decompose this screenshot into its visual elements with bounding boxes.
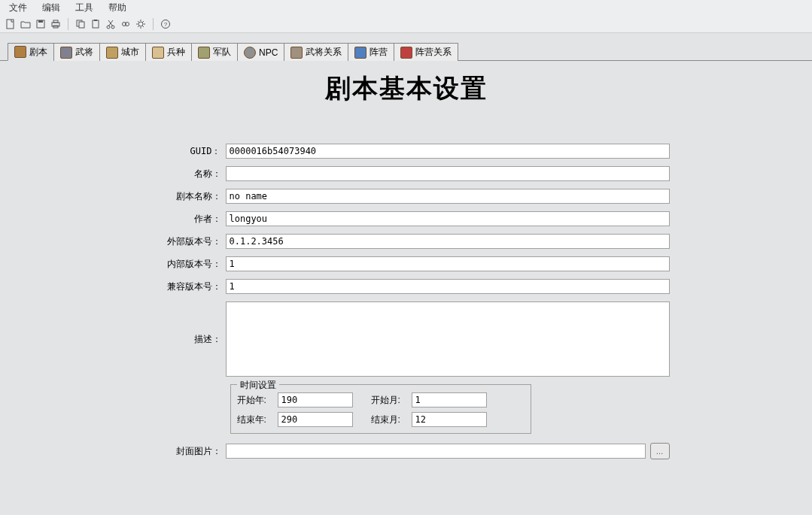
tab-label: 军队 (213, 46, 231, 59)
general-icon (60, 47, 72, 59)
guid-label: GUID： (143, 145, 226, 158)
description-label: 描述： (143, 333, 226, 346)
content-area: 剧本基本设置 GUID： 名称： 剧本名称： 作者： 外部版本号： 内部版本号：… (0, 61, 812, 515)
name-input[interactable] (226, 166, 670, 181)
link-icon[interactable] (120, 18, 132, 30)
start-month-label: 开始月: (371, 394, 407, 407)
toolbar-separator (153, 18, 154, 30)
page-title: 剧本基本设置 (15, 71, 797, 106)
menu-edit[interactable]: 编辑 (38, 0, 65, 16)
tab-label: 阵营关系 (415, 46, 452, 59)
tab-city[interactable]: 城市 (99, 43, 146, 61)
tab-label: 城市 (121, 46, 139, 59)
cover-label: 封面图片： (143, 445, 226, 458)
start-year-input[interactable] (278, 392, 353, 407)
int-version-input[interactable] (226, 256, 670, 271)
script-name-label: 剧本名称： (143, 190, 226, 203)
faction-icon (354, 47, 366, 59)
tab-general-relation[interactable]: 武将关系 (284, 43, 348, 61)
script-form: GUID： 名称： 剧本名称： 作者： 外部版本号： 内部版本号： 兼容版本号： (143, 144, 670, 459)
tab-label: 剧本 (29, 46, 47, 59)
tab-label: 武将关系 (306, 46, 342, 59)
svg-rect-0 (7, 20, 14, 29)
new-file-icon[interactable] (5, 18, 17, 30)
tab-strip: 剧本 武将 城市 兵种 军队 NPC 武将关系 阵营 阵营关系 (0, 33, 812, 61)
svg-text:?: ? (164, 21, 168, 28)
name-label: 名称： (143, 168, 226, 180)
city-icon (106, 47, 118, 59)
settings-icon[interactable] (135, 18, 147, 30)
tab-label: NPC (259, 47, 278, 58)
save-icon[interactable] (35, 18, 47, 30)
tab-faction[interactable]: 阵营 (348, 43, 394, 61)
tab-unit-type[interactable]: 兵种 (145, 43, 192, 61)
script-icon (14, 46, 26, 58)
browse-button[interactable]: … (650, 443, 670, 459)
ext-version-label: 外部版本号： (143, 235, 226, 248)
army-icon (198, 47, 210, 59)
toolbar-separator (68, 18, 68, 30)
end-year-input[interactable] (278, 412, 353, 427)
author-input[interactable] (226, 211, 670, 226)
svg-rect-4 (53, 20, 58, 23)
menu-bar: 文件 编辑 工具 帮助 (0, 0, 812, 15)
int-version-label: 内部版本号： (143, 258, 226, 271)
svg-rect-2 (38, 20, 43, 23)
tab-label: 阵营 (370, 46, 388, 59)
toolbar: ? (0, 15, 812, 33)
end-year-label: 结束年: (237, 414, 273, 426)
time-settings-legend: 时间设置 (237, 379, 279, 392)
print-icon[interactable] (50, 18, 62, 30)
open-folder-icon[interactable] (20, 18, 32, 30)
compat-version-input[interactable] (226, 279, 670, 294)
paste-icon[interactable] (90, 18, 102, 30)
end-month-label: 结束月: (371, 414, 407, 426)
copy-icon[interactable] (75, 18, 87, 30)
ext-version-input[interactable] (226, 234, 670, 249)
menu-help[interactable]: 帮助 (104, 0, 131, 16)
script-name-input[interactable] (226, 189, 670, 204)
cut-icon[interactable] (105, 18, 117, 30)
faction-relation-icon (400, 47, 412, 59)
time-settings-group: 时间设置 开始年: 开始月: 结束年: 结束月: (230, 384, 531, 434)
svg-point-14 (138, 22, 143, 26)
menu-file[interactable]: 文件 (5, 0, 32, 16)
description-input[interactable] (226, 301, 670, 377)
start-year-label: 开始年: (237, 394, 273, 407)
general-relation-icon (290, 47, 303, 59)
help-icon[interactable]: ? (160, 18, 172, 30)
cover-input[interactable] (226, 444, 646, 459)
end-month-input[interactable] (412, 412, 487, 427)
svg-rect-8 (93, 20, 99, 28)
tab-label: 兵种 (167, 46, 185, 59)
tab-label: 武将 (75, 46, 93, 59)
start-month-input[interactable] (412, 392, 487, 407)
menu-tools[interactable]: 工具 (71, 0, 98, 16)
unit-type-icon (152, 47, 164, 59)
tab-npc[interactable]: NPC (237, 43, 284, 61)
guid-input[interactable] (226, 144, 670, 159)
tab-army[interactable]: 军队 (191, 43, 238, 61)
svg-rect-7 (79, 22, 84, 28)
tab-script[interactable]: 剧本 (8, 43, 54, 61)
svg-rect-9 (94, 20, 97, 21)
compat-version-label: 兼容版本号： (143, 280, 226, 293)
tab-faction-relation[interactable]: 阵营关系 (394, 43, 458, 61)
npc-icon (244, 47, 256, 59)
tab-general[interactable]: 武将 (53, 43, 100, 61)
author-label: 作者： (143, 213, 226, 226)
